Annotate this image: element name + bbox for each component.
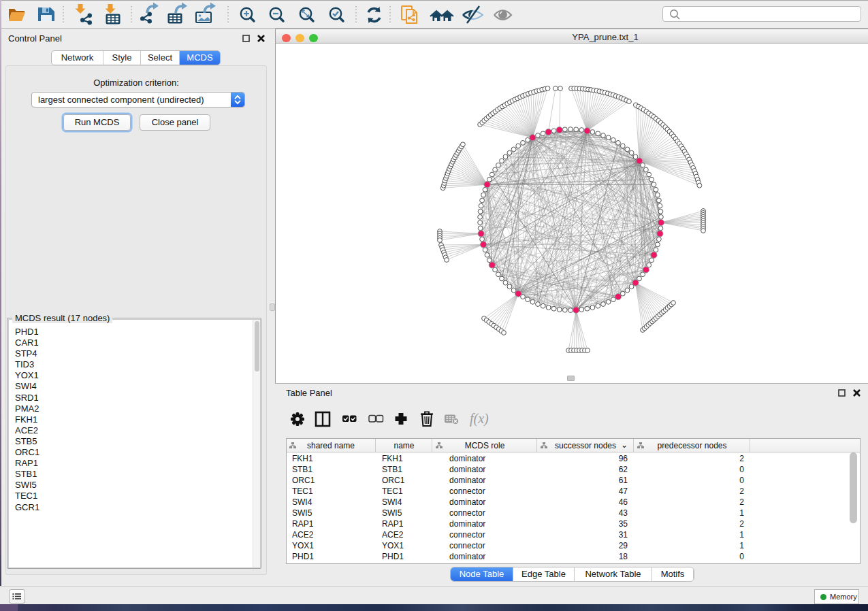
svg-text:f(x): f(x) [470,411,489,427]
